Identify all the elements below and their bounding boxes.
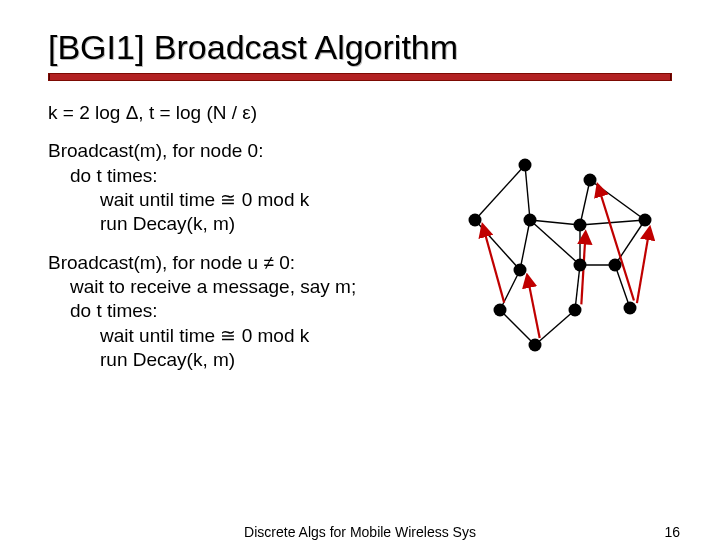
graph-node xyxy=(624,302,637,315)
slide: [BGI1] Broadcast Algorithm k = 2 log Δ, … xyxy=(0,0,720,540)
graph-node xyxy=(584,174,597,187)
footer-page: 16 xyxy=(664,524,680,540)
graph-edge xyxy=(535,310,575,345)
graph-node xyxy=(519,159,532,172)
slide-title: [BGI1] Broadcast Algorithm xyxy=(48,28,672,67)
graph-node xyxy=(494,304,507,317)
graph-node xyxy=(609,259,622,272)
graph-node xyxy=(469,214,482,227)
graph-node xyxy=(574,219,587,232)
network-graph xyxy=(420,150,670,350)
param-line: k = 2 log Δ, t = log (N / ε) xyxy=(48,101,672,125)
graph-node xyxy=(529,339,542,352)
graph-red-arrow xyxy=(528,279,540,338)
graph-edge xyxy=(615,220,645,265)
graph-node xyxy=(514,264,527,277)
graph-edge xyxy=(530,220,580,225)
graph-svg xyxy=(420,150,670,360)
graph-edge xyxy=(475,220,520,270)
graph-edge xyxy=(575,265,580,310)
graph-edge xyxy=(615,265,630,308)
graph-edge xyxy=(530,220,580,265)
graph-node xyxy=(524,214,537,227)
graph-node xyxy=(639,214,652,227)
title-rule xyxy=(48,73,672,89)
graph-red-arrow xyxy=(637,231,649,303)
graph-edge xyxy=(580,220,645,225)
graph-node xyxy=(569,304,582,317)
graph-edge xyxy=(580,180,590,225)
graph-edge xyxy=(500,270,520,310)
graph-edge xyxy=(475,165,525,220)
graph-node xyxy=(574,259,587,272)
graph-edge xyxy=(590,180,645,220)
graph-red-arrow xyxy=(483,228,504,303)
footer-title: Discrete Algs for Mobile Wireless Sys xyxy=(244,524,476,540)
graph-edge xyxy=(520,220,530,270)
graph-edge xyxy=(525,165,530,220)
graph-edge xyxy=(500,310,535,345)
